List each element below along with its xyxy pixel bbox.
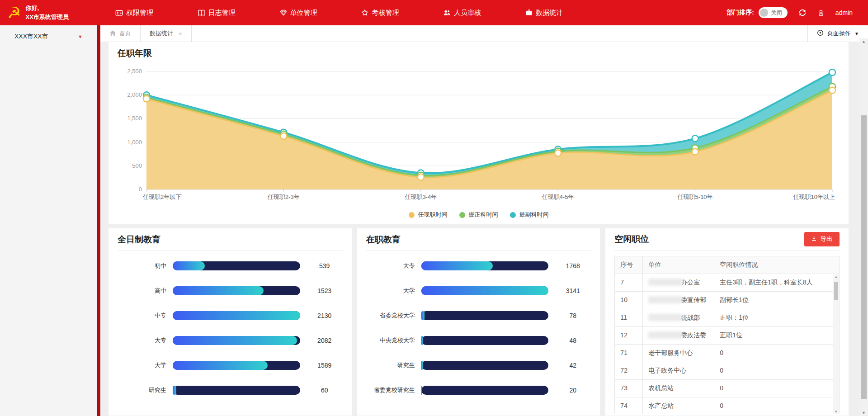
- trash-button[interactable]: [817, 9, 825, 17]
- cell-unit: 统战部: [643, 309, 714, 326]
- bar-fill: [173, 336, 297, 345]
- scroll-down-icon[interactable]: ▼: [859, 411, 868, 415]
- edu-bar-row: 研究生42: [366, 353, 591, 378]
- legend-label: 任现职时间: [418, 211, 448, 219]
- bar-track: [421, 336, 549, 345]
- bar-category-label: 中央党校大学: [366, 336, 415, 345]
- bar-value: 539: [307, 262, 343, 269]
- cell-index: 72: [615, 362, 643, 379]
- users-icon: [443, 9, 451, 16]
- bar-fill: [173, 311, 300, 320]
- bar-track: [173, 261, 300, 270]
- edu-bar-row: 大学1589: [118, 353, 343, 378]
- cell-vacancy-detail: 0: [714, 380, 839, 397]
- close-icon[interactable]: ×: [179, 30, 182, 37]
- bar-value: 42: [555, 362, 591, 369]
- page-operations-dropdown[interactable]: 页面操作 ▼: [807, 25, 868, 42]
- briefcase-icon: [525, 9, 533, 16]
- export-label: 导出: [820, 235, 833, 243]
- cell-unit: 委政法委: [643, 327, 714, 344]
- nav-item-label: 权限管理: [126, 9, 153, 17]
- scroll-down-icon[interactable]: ▼: [833, 410, 839, 414]
- vacancy-panel-header: 空闲职位 导出: [614, 228, 840, 251]
- cell-vacancy-detail: 副部长1位: [714, 292, 839, 309]
- nav-item-单位管理[interactable]: 单位管理: [280, 9, 317, 17]
- cell-vacancy-detail: 主任3职，副主任1职，科室长8人: [714, 274, 839, 291]
- table-scrollbar[interactable]: ▲ ▼: [833, 274, 839, 414]
- onjob-panel-title: 在职教育: [366, 228, 591, 251]
- svg-text:任现职2年以下: 任现职2年以下: [142, 194, 181, 200]
- nav-item-label: 考核管理: [372, 9, 399, 17]
- tab-data-statistics[interactable]: 数据统计 ×: [140, 25, 192, 42]
- greeting-line2: XX市系统管理员: [25, 13, 68, 22]
- legend-item-提副科时间[interactable]: 提副科时间: [510, 211, 549, 219]
- username[interactable]: admin: [835, 9, 853, 16]
- page-ops-label: 页面操作: [827, 29, 851, 38]
- nav-item-人员审核[interactable]: 人员审核: [443, 9, 481, 17]
- bar-fill: [173, 361, 268, 370]
- legend-dot-icon: [510, 212, 516, 218]
- bar-category-label: 中专: [118, 312, 166, 320]
- svg-text:0: 0: [139, 186, 142, 193]
- gem-icon: [280, 9, 287, 16]
- table-row: 73农机总站0: [615, 380, 839, 397]
- table-scrollbar-thumb[interactable]: [834, 282, 838, 300]
- bar-category-label: 研究生: [366, 361, 415, 369]
- legend-item-提正科时间[interactable]: 提正科时间: [459, 211, 498, 219]
- nav-item-label: 单位管理: [290, 9, 317, 17]
- scroll-up-icon[interactable]: ▲: [833, 275, 839, 279]
- dept-sort-group: 部门排序: 关闭: [726, 7, 788, 18]
- svg-text:2,000: 2,000: [127, 91, 142, 98]
- cell-vacancy-detail: 0: [714, 362, 839, 379]
- bar-value: 20: [555, 387, 591, 394]
- bar-category-label: 高中: [118, 287, 166, 295]
- bar-category-label: 研究生: [118, 386, 166, 394]
- table-row: 7办公室主任3职，副主任1职，科室长8人: [615, 274, 839, 292]
- bar-fill: [421, 336, 423, 345]
- bar-fill: [421, 386, 423, 395]
- bar-fill: [421, 286, 549, 295]
- redaction-blur: [648, 279, 683, 286]
- cell-index: 7: [615, 274, 643, 291]
- table-row: 72电子政务中心0: [615, 362, 839, 380]
- page-scrollbar[interactable]: ▲ ▼: [859, 38, 868, 416]
- legend-dot-icon: [409, 212, 415, 218]
- legend-label: 提正科时间: [469, 211, 498, 219]
- region-label: XXX市XX市: [14, 33, 48, 41]
- legend-item-任现职时间[interactable]: 任现职时间: [409, 211, 448, 219]
- tab-bar: 首页 数据统计 × 页面操作 ▼: [100, 25, 868, 42]
- svg-text:任现职2-3年: 任现职2-3年: [267, 194, 300, 200]
- table-header-row: 序号单位空闲职位情况: [615, 256, 839, 274]
- nav-item-label: 人员审核: [454, 9, 481, 17]
- nav-item-日志管理[interactable]: 日志管理: [198, 9, 236, 17]
- region-select[interactable]: XXX市XX市 ▼: [0, 25, 97, 48]
- vacancy-panel: 空闲职位 导出 序号单位空闲职位情况7办公室主任3职，副主任1职，科室长8人10…: [605, 228, 849, 416]
- svg-text:任现职10年以上: 任现职10年以上: [793, 194, 835, 200]
- refresh-button[interactable]: [798, 9, 807, 17]
- table-header-cell: 序号: [615, 256, 643, 274]
- navbar-right: 部门排序: 关闭 admin: [726, 7, 868, 18]
- table-row: 71老干部服务中心0: [615, 345, 839, 362]
- bar-category-label: 省委党校研究生: [366, 386, 415, 394]
- page-scrollbar-thumb[interactable]: [861, 115, 867, 399]
- edu-bar-row: 省委党校研究生20: [366, 378, 591, 402]
- cell-unit: 水产总站: [643, 397, 714, 414]
- redaction-blur: [648, 331, 683, 339]
- tab-home[interactable]: 首页: [100, 25, 140, 42]
- scroll-up-icon[interactable]: ▲: [859, 39, 868, 44]
- edu-bar-row: 省委党校大学78: [366, 303, 591, 328]
- export-button[interactable]: 导出: [804, 232, 840, 246]
- nav-item-考核管理[interactable]: 考核管理: [361, 9, 399, 17]
- edu-bar-row: 高中1523: [118, 278, 343, 303]
- cell-unit: 办公室: [643, 274, 714, 291]
- dept-sort-toggle[interactable]: 关闭: [759, 7, 788, 18]
- bar-track: [173, 311, 300, 320]
- table-row: 10委宣传部副部长1位: [615, 292, 839, 309]
- target-icon: [817, 29, 824, 38]
- nav-item-label: 数据统计: [536, 9, 563, 17]
- nav-item-数据统计[interactable]: 数据统计: [525, 9, 563, 17]
- cell-index: 10: [615, 292, 643, 309]
- bottom-panels: 全日制教育 初中539高中1523中专2130大专2082大学1589研究生60…: [108, 228, 849, 416]
- nav-item-权限管理[interactable]: 权限管理: [115, 9, 153, 17]
- bar-fill: [421, 361, 423, 370]
